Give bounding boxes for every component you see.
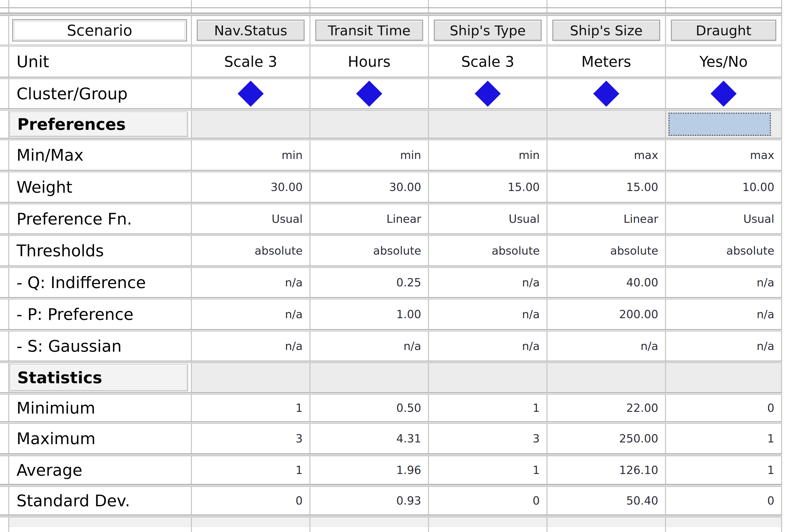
preference-value-cell[interactable]: min: [429, 140, 548, 170]
preference-value-cell[interactable]: Usual: [192, 204, 310, 234]
row-separator: [0, 297, 782, 299]
cluster-diamond-icon[interactable]: [593, 80, 619, 106]
preference-value-cell[interactable]: n/a: [192, 332, 310, 361]
table-row: Preference Fn.UsualLinearUsualLinearUsua…: [0, 204, 782, 234]
row-separator: [0, 45, 782, 47]
row-separator: [0, 138, 782, 140]
cluster-cell: [429, 79, 548, 108]
cluster-diamond-icon[interactable]: [237, 80, 263, 106]
cell-value: 3: [533, 432, 540, 445]
scenario-button[interactable]: Scenario: [12, 19, 187, 42]
preference-value-cell[interactable]: absolute: [548, 236, 666, 266]
statistic-value-cell: 0: [429, 487, 548, 514]
row-separator: [0, 170, 782, 172]
preference-value-cell[interactable]: 40.00: [548, 268, 666, 297]
row-separator: [0, 108, 782, 111]
section-band-cell[interactable]: [429, 111, 548, 138]
criterion-header-button[interactable]: Ship's Size: [552, 20, 660, 41]
section-band-cell[interactable]: [192, 111, 310, 138]
partial-row-cell: [548, 8, 666, 13]
unit-cell[interactable]: Yes/No: [666, 47, 782, 77]
gutter-cell: [0, 47, 9, 77]
unit-cell[interactable]: Scale 3: [429, 47, 548, 77]
row-label-cell: Preference Fn.: [9, 204, 192, 234]
preference-value-cell[interactable]: 15.00: [429, 172, 548, 202]
section-band-cell[interactable]: [666, 111, 782, 138]
preference-value-cell[interactable]: n/a: [666, 332, 782, 361]
preference-value-cell[interactable]: n/a: [429, 299, 548, 329]
criterion-header-button[interactable]: Ship's Type: [434, 20, 542, 41]
unit-cell[interactable]: Hours: [310, 47, 429, 77]
header-row: ScenarioNav.StatusTransit TimeShip's Typ…: [0, 16, 782, 45]
statistic-value-cell: 1.96: [310, 456, 429, 484]
preference-value-cell[interactable]: n/a: [666, 268, 782, 297]
preference-value-cell[interactable]: n/a: [192, 268, 310, 297]
preference-value-cell[interactable]: 15.00: [548, 172, 666, 202]
preference-value-cell[interactable]: absolute: [429, 236, 548, 266]
preference-value-cell[interactable]: 30.00: [310, 172, 429, 202]
preference-value-cell[interactable]: 30.00: [192, 172, 310, 202]
preference-value-cell[interactable]: 0.25: [310, 268, 429, 297]
preference-value-cell[interactable]: absolute: [192, 236, 310, 266]
section-header[interactable]: Statistics: [10, 365, 187, 391]
cluster-cell: [548, 79, 666, 108]
partial-row-bottom: [0, 517, 782, 527]
cell-value: 0: [767, 402, 775, 414]
preference-value-cell[interactable]: min: [310, 140, 429, 170]
gutter-cell: [0, 140, 9, 170]
row-label: - P: Preference: [17, 305, 134, 324]
preference-value-cell[interactable]: 10.00: [666, 172, 782, 202]
preference-value-cell[interactable]: n/a: [310, 332, 429, 361]
section-band-cell[interactable]: [548, 111, 666, 138]
preference-value-cell[interactable]: 1.00: [310, 299, 429, 329]
preference-value-cell[interactable]: n/a: [548, 332, 666, 361]
section-band-cell[interactable]: [310, 363, 429, 392]
table-row: Thresholdsabsoluteabsoluteabsoluteabsolu…: [0, 236, 782, 266]
section-band-cell[interactable]: [429, 363, 548, 392]
preference-value-cell[interactable]: Linear: [310, 204, 429, 234]
section-band-cell[interactable]: [192, 363, 310, 392]
preference-value-cell[interactable]: absolute: [310, 236, 429, 266]
row-label-cell: Statistics: [9, 363, 192, 392]
preference-value-cell[interactable]: n/a: [429, 268, 548, 297]
cell-value: Usual: [509, 212, 540, 225]
section-band-cell[interactable]: [310, 111, 429, 138]
preference-value-cell[interactable]: Usual: [666, 204, 782, 234]
unit-cell[interactable]: Scale 3: [192, 47, 310, 77]
statistic-value-cell: 22.00: [548, 395, 666, 421]
cell-value: 30.00: [389, 180, 421, 194]
preference-value-cell[interactable]: n/a: [192, 299, 310, 329]
row-label: - S: Gaussian: [17, 337, 122, 356]
preference-value-cell[interactable]: absolute: [666, 236, 782, 266]
preference-value-cell[interactable]: max: [548, 140, 666, 170]
section-band-cell[interactable]: [548, 363, 666, 392]
cell-value: 22.00: [626, 402, 658, 414]
table-row: Preferences: [0, 111, 782, 138]
table-row: - S: Gaussiann/an/an/an/an/a: [0, 332, 782, 361]
row-label: Thresholds: [17, 241, 104, 260]
label-column-cell: [9, 0, 192, 7]
gutter-cell: [0, 527, 9, 532]
cluster-diamond-icon[interactable]: [711, 80, 736, 106]
partial-row-cell: [666, 8, 782, 13]
cluster-diamond-icon[interactable]: [475, 80, 501, 106]
cluster-diamond-icon[interactable]: [356, 80, 382, 106]
statistic-value-cell: 1: [666, 424, 782, 453]
preference-value-cell[interactable]: Usual: [429, 204, 548, 234]
preference-value-cell[interactable]: 200.00: [548, 299, 666, 329]
criterion-header-button[interactable]: Transit Time: [315, 20, 423, 41]
unit-cell[interactable]: Meters: [548, 47, 666, 77]
preference-value-cell[interactable]: min: [192, 140, 310, 170]
statistic-value-cell: 0.93: [310, 487, 429, 514]
cell-value: 1: [296, 464, 303, 477]
selected-cell-highlight[interactable]: [668, 113, 771, 136]
preference-value-cell[interactable]: n/a: [429, 332, 548, 361]
section-header[interactable]: Preferences: [10, 112, 187, 137]
partial-row-cell: [310, 0, 429, 7]
section-band-cell[interactable]: [666, 363, 782, 392]
preference-value-cell[interactable]: max: [666, 140, 782, 170]
criterion-header-button[interactable]: Draught: [671, 20, 776, 41]
preference-value-cell[interactable]: n/a: [666, 299, 782, 329]
preference-value-cell[interactable]: Linear: [548, 204, 666, 234]
criterion-header-button[interactable]: Nav.Status: [197, 20, 305, 41]
